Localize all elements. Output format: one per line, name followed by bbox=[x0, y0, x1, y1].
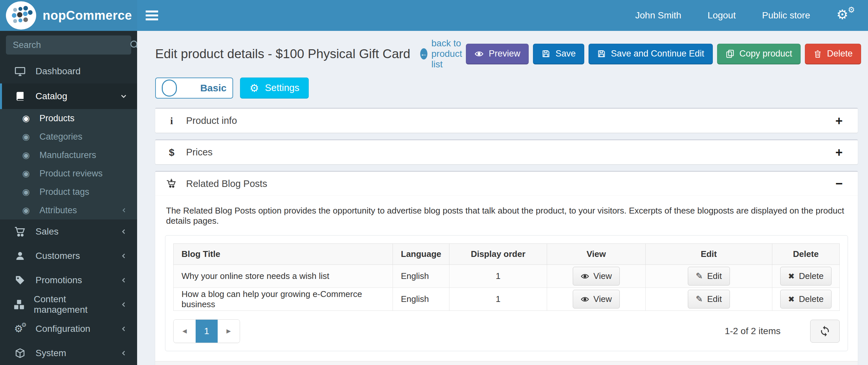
column-header-delete[interactable]: Delete bbox=[772, 244, 839, 265]
delete-button[interactable]: Delete bbox=[805, 44, 861, 64]
dot-circle-icon: ◉ bbox=[20, 205, 32, 215]
eye-icon bbox=[581, 295, 589, 304]
save-icon bbox=[541, 49, 550, 58]
page-header: Edit product details - $100 Physical Gif… bbox=[155, 38, 858, 70]
related-blog-posts-panel-header[interactable]: Related Blog Posts − bbox=[155, 172, 858, 196]
chevron-down-icon bbox=[119, 92, 128, 101]
panel-title: Related Blog Posts bbox=[186, 178, 267, 189]
sidebar-item-label: Dashboard bbox=[35, 66, 81, 76]
toggle-knob[interactable] bbox=[162, 79, 177, 97]
sidebar-item-dashboard[interactable]: Dashboard bbox=[0, 59, 137, 84]
edit-row-button[interactable]: ✎ Edit bbox=[688, 290, 730, 308]
cell-language: English bbox=[393, 265, 450, 288]
settings-cogs-icon[interactable]: ⚙⚙ bbox=[836, 7, 855, 24]
catalog-submenu: ◉ Products ◉ Categories ◉ Manufacturers … bbox=[0, 109, 137, 220]
preview-button[interactable]: Preview bbox=[466, 44, 529, 64]
view-row-button[interactable]: View bbox=[573, 267, 620, 286]
hamburger-menu-icon[interactable] bbox=[146, 10, 158, 20]
back-to-product-list-link[interactable]: ← back to product list bbox=[420, 38, 466, 70]
sidebar-item-products[interactable]: ◉ Products bbox=[0, 109, 137, 128]
related-blog-posts-description: The Related Blog Posts option provides t… bbox=[166, 206, 847, 226]
sidebar-item-label: Categories bbox=[39, 132, 83, 142]
sidebar-item-label: Sales bbox=[35, 226, 59, 237]
collapse-panel-icon[interactable]: − bbox=[835, 177, 843, 190]
sidebar-item-content-management[interactable]: Content management bbox=[0, 292, 137, 317]
column-header-display-order[interactable]: Display order bbox=[450, 244, 547, 265]
sidebar-item-label: Catalog bbox=[35, 91, 67, 101]
gear-icon: ⚙ bbox=[250, 83, 259, 93]
logout-link[interactable]: Logout bbox=[708, 10, 736, 21]
cross-icon: ✖ bbox=[788, 272, 795, 281]
sidebar-item-categories[interactable]: ◉ Categories bbox=[0, 128, 137, 146]
page-title: Edit product details - $100 Physical Gif… bbox=[155, 47, 410, 61]
brand-logo[interactable]: nopCommerce bbox=[0, 0, 137, 31]
column-header-edit[interactable]: Edit bbox=[645, 244, 772, 265]
page-actions: Preview Save Save and Continue Edit Copy… bbox=[466, 44, 861, 64]
expand-panel-icon[interactable]: + bbox=[835, 146, 843, 159]
sidebar-item-customers[interactable]: Customers bbox=[0, 244, 137, 268]
table-row: How a blog can help your growing e-Comme… bbox=[174, 288, 840, 311]
search-input[interactable] bbox=[13, 40, 129, 50]
sidebar-item-system[interactable]: System bbox=[0, 341, 137, 365]
column-header-blog-title[interactable]: Blog Title bbox=[174, 244, 393, 265]
sidebar-item-label: Promotions bbox=[35, 275, 82, 286]
copy-product-button[interactable]: Copy product bbox=[717, 44, 801, 64]
cubes-icon bbox=[13, 299, 25, 310]
view-row-button[interactable]: View bbox=[573, 290, 620, 308]
prices-panel-header[interactable]: $ Prices + bbox=[155, 140, 858, 164]
user-icon bbox=[13, 251, 27, 261]
search-icon[interactable] bbox=[129, 39, 137, 51]
sidebar-menu: Dashboard Catalog ◉ Products bbox=[0, 59, 137, 365]
sidebar-search[interactable] bbox=[6, 35, 131, 55]
dot-circle-icon: ◉ bbox=[20, 169, 32, 179]
sidebar-item-label: System bbox=[35, 348, 66, 358]
chevron-left-icon bbox=[120, 301, 128, 308]
basic-advanced-toggle[interactable]: Basic bbox=[155, 77, 233, 99]
top-nav: John Smith Logout Public store ⚙⚙ bbox=[635, 7, 855, 24]
edit-row-button[interactable]: ✎ Edit bbox=[688, 267, 730, 286]
pager-page-1[interactable]: 1 bbox=[196, 320, 218, 343]
expand-panel-icon[interactable]: + bbox=[835, 115, 843, 127]
refresh-icon bbox=[819, 325, 831, 337]
refresh-button[interactable] bbox=[810, 320, 840, 343]
chevron-left-icon bbox=[121, 207, 128, 214]
sidebar-item-sales[interactable]: Sales bbox=[0, 220, 137, 244]
dollar-icon: $ bbox=[166, 147, 178, 158]
product-info-panel-header[interactable]: i Product info + bbox=[155, 109, 858, 133]
sidebar-item-manufacturers[interactable]: ◉ Manufacturers bbox=[0, 146, 137, 164]
sidebar-item-product-tags[interactable]: ◉ Product tags bbox=[0, 182, 137, 201]
column-header-view[interactable]: View bbox=[547, 244, 645, 265]
sidebar-item-label: Products bbox=[39, 113, 74, 124]
dashboard-icon bbox=[13, 66, 27, 77]
table-row: Why your online store needs a wish list … bbox=[174, 265, 840, 288]
panel-title: Prices bbox=[186, 147, 213, 158]
sidebar-item-promotions[interactable]: Promotions bbox=[0, 268, 137, 292]
tag-icon bbox=[13, 275, 27, 286]
nopcommerce-admin: nopCommerce John Smith Logout Public sto… bbox=[0, 0, 868, 365]
user-name-link[interactable]: John Smith bbox=[635, 10, 681, 21]
delete-row-button[interactable]: ✖ Delete bbox=[780, 290, 832, 308]
chevron-left-icon bbox=[120, 349, 128, 357]
pager-next-button[interactable]: ► bbox=[218, 320, 240, 343]
pager-prev-button[interactable]: ◄ bbox=[174, 320, 196, 343]
sidebar-item-catalog[interactable]: Catalog bbox=[0, 84, 137, 109]
delete-row-button[interactable]: ✖ Delete bbox=[780, 267, 832, 286]
cell-blog-title: Why your online store needs a wish list bbox=[174, 265, 393, 288]
save-and-continue-button[interactable]: Save and Continue Edit bbox=[589, 44, 713, 64]
dot-circle-icon: ◉ bbox=[20, 113, 32, 124]
sidebar-item-configuration[interactable]: ⚙⚙ Configuration bbox=[0, 317, 137, 341]
chevron-left-icon bbox=[120, 276, 128, 284]
save-button[interactable]: Save bbox=[533, 44, 584, 64]
brand-name: nopCommerce bbox=[43, 8, 132, 23]
sidebar-item-product-reviews[interactable]: ◉ Product reviews bbox=[0, 164, 137, 182]
save-icon bbox=[597, 49, 606, 58]
sidebar-item-attributes[interactable]: ◉ Attributes bbox=[0, 201, 137, 220]
related-blog-posts-footer: Add new related blog post bbox=[155, 361, 858, 365]
cart-arrow-down-icon bbox=[166, 178, 178, 189]
sidebar-item-label: Product reviews bbox=[39, 169, 102, 179]
toggle-label: Basic bbox=[200, 82, 226, 94]
settings-button[interactable]: ⚙ Settings bbox=[240, 77, 309, 99]
related-blog-posts-body: The Related Blog Posts option provides t… bbox=[155, 196, 858, 361]
column-header-language[interactable]: Language bbox=[393, 244, 450, 265]
public-store-link[interactable]: Public store bbox=[762, 10, 810, 21]
